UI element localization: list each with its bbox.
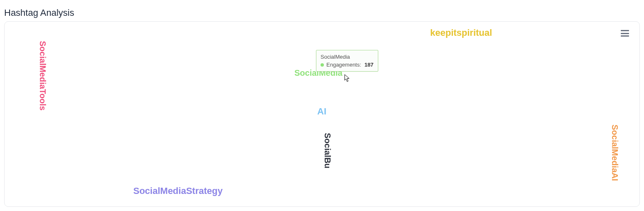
tooltip-row: Engagements: 187 [321,62,374,68]
tooltip-metric-label: Engagements: [326,62,361,68]
hashtag-word[interactable]: AI [317,107,326,116]
hashtag-word[interactable]: SocialBu [323,133,332,169]
hashtag-word[interactable]: keepitspiritual [430,28,492,37]
tooltip-title: SocialMedia [321,54,374,60]
hashtag-wordcloud-card: SocialMediaTools keepitspiritual SocialM… [4,21,640,207]
page-title: Hashtag Analysis [4,7,74,18]
hashtag-word[interactable]: SocialMediaTools [39,41,47,110]
hashtag-word[interactable]: SocialMediaStrategy [133,186,223,196]
chart-tooltip: SocialMedia Engagements: 187 [316,50,378,72]
hashtag-word[interactable]: SocialMediaAI [611,124,619,181]
tooltip-series-dot [321,63,324,67]
wordcloud-chart[interactable]: SocialMediaTools keepitspiritual SocialM… [5,22,639,206]
tooltip-value: 187 [365,62,374,68]
